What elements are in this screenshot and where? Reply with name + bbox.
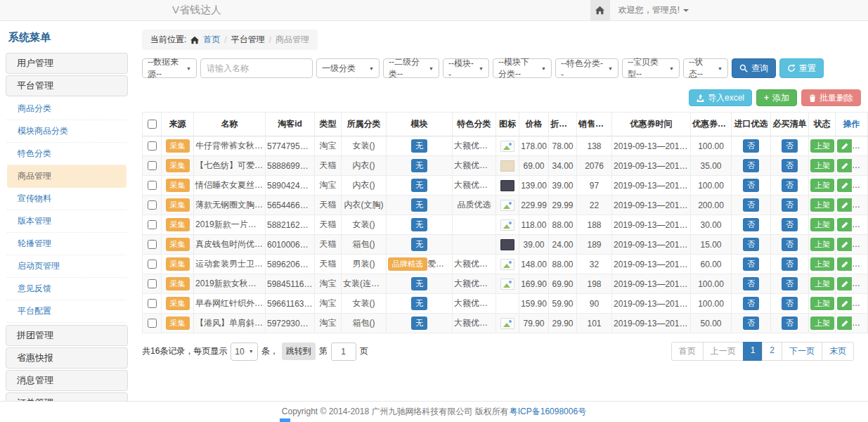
pager-item-末页[interactable]: 末页	[822, 342, 854, 361]
row-checkbox[interactable]	[148, 141, 157, 151]
sidebar-item[interactable]: 平台配置	[7, 300, 127, 323]
must-buy-badge[interactable]: 否	[782, 179, 798, 191]
import-select-badge[interactable]: 否	[743, 139, 759, 152]
must-buy-badge[interactable]: 否	[782, 257, 798, 270]
row-checkbox[interactable]	[148, 161, 157, 170]
search-button[interactable]: 查询	[732, 58, 776, 78]
breadcrumb-home-link[interactable]: 首页	[203, 34, 220, 46]
edit-button[interactable]	[837, 159, 852, 172]
status-badge[interactable]: 上架	[810, 238, 834, 250]
status-badge[interactable]: 上架	[810, 297, 834, 309]
user-menu-button[interactable]: 欢迎您，管理员!	[610, 0, 697, 20]
must-buy-badge[interactable]: 否	[782, 238, 798, 250]
footer: Copyright © 2014-2018 广州九驰网络科技有限公司 版权所有 …	[0, 401, 868, 422]
import-select-badge[interactable]: 否	[743, 238, 759, 250]
sidebar-item[interactable]: 商品分类	[7, 98, 127, 120]
sidebar-item[interactable]: 轮播管理	[7, 233, 127, 255]
edit-button[interactable]	[837, 277, 852, 290]
import-select-badge[interactable]: 否	[743, 297, 759, 309]
pager-item-首页[interactable]: 首页	[671, 342, 704, 361]
jump-button[interactable]: 跳转到	[282, 343, 316, 360]
pager-item-下一页[interactable]: 下一页	[782, 342, 822, 361]
sidebar-group-3[interactable]: 省惠快报	[6, 347, 128, 369]
status-badge[interactable]: 上架	[810, 218, 834, 231]
must-buy-badge[interactable]: 否	[782, 139, 798, 152]
status-badge[interactable]: 上架	[810, 316, 834, 329]
import-select-badge[interactable]: 否	[743, 218, 759, 231]
coupon-amount: 50.00	[691, 314, 732, 333]
jump-page-input[interactable]	[331, 343, 356, 361]
import-select-badge[interactable]: 否	[743, 257, 759, 270]
import-select-badge[interactable]: 否	[743, 179, 759, 191]
reset-button[interactable]: 重置	[779, 58, 824, 78]
sidebar-item[interactable]: 启动页管理	[7, 255, 127, 278]
level2-category-select[interactable]: --二级分类--▼	[383, 58, 439, 78]
breadcrumb-section: 平台管理	[231, 34, 265, 46]
edit-button[interactable]	[837, 218, 852, 231]
sidebar-group-2[interactable]: 拼团管理	[6, 325, 128, 346]
product-icon	[500, 160, 514, 172]
must-buy-badge[interactable]: 否	[782, 159, 798, 172]
name-input[interactable]	[200, 58, 313, 78]
edit-button[interactable]	[837, 316, 852, 330]
module-subcategory-select[interactable]: --模块下分类--▼	[493, 58, 552, 78]
pager-item-上一页[interactable]: 上一页	[703, 342, 744, 361]
sidebar-item[interactable]: 模块商品分类	[7, 120, 127, 143]
sidebar-group-0[interactable]: 用户管理	[6, 53, 128, 74]
sidebar-group-4[interactable]: 消息管理	[6, 370, 128, 391]
pager-item-1[interactable]: 1	[743, 342, 763, 361]
edit-button[interactable]	[837, 238, 852, 251]
row-checkbox[interactable]	[148, 240, 157, 249]
edit-button[interactable]	[837, 139, 852, 153]
must-buy-badge[interactable]: 否	[782, 218, 798, 231]
import-select-badge[interactable]: 否	[743, 277, 759, 290]
select-all-checkbox[interactable]	[148, 120, 157, 129]
status-badge[interactable]: 上架	[810, 159, 834, 172]
product-icon	[500, 318, 514, 329]
icp-link[interactable]: 粤ICP备16098006号	[510, 406, 586, 418]
row-checkbox[interactable]	[148, 220, 157, 229]
import-select-badge[interactable]: 否	[743, 316, 759, 329]
feature-category-select[interactable]: --特色分类--▼	[555, 58, 618, 78]
search-icon	[739, 64, 748, 72]
status-badge[interactable]: 上架	[810, 277, 834, 290]
status-select[interactable]: --状态--▼	[683, 58, 728, 78]
data-source-select[interactable]: --数据来源--▼	[142, 58, 197, 78]
row-checkbox[interactable]	[148, 200, 157, 210]
sidebar-item[interactable]: 意见反馈	[7, 278, 127, 300]
home-button[interactable]	[590, 0, 610, 20]
sidebar-item[interactable]: 宣传物料	[7, 188, 127, 210]
sidebar-item[interactable]: 商品管理	[7, 165, 127, 188]
batch-delete-button[interactable]: 批量删除	[801, 89, 861, 106]
row-checkbox[interactable]	[148, 319, 157, 328]
status-badge[interactable]: 上架	[810, 198, 834, 211]
row-checkbox[interactable]	[148, 181, 157, 190]
edit-button[interactable]	[837, 179, 852, 192]
per-page-select[interactable]: 10▼	[231, 343, 257, 361]
import-select-badge[interactable]: 否	[743, 198, 759, 211]
plus-icon: +	[764, 93, 769, 103]
sidebar-group-1[interactable]: 平台管理	[6, 75, 128, 96]
import-select-badge[interactable]: 否	[743, 159, 759, 172]
must-buy-badge[interactable]: 否	[782, 297, 798, 309]
level1-category-select[interactable]: 一级分类▼	[316, 58, 380, 78]
edit-button[interactable]	[837, 297, 852, 310]
status-badge[interactable]: 上架	[810, 179, 834, 191]
edit-button[interactable]	[837, 257, 852, 271]
row-checkbox[interactable]	[148, 279, 157, 288]
must-buy-badge[interactable]: 否	[782, 198, 798, 211]
sidebar-item[interactable]: 版本管理	[7, 210, 127, 233]
status-badge[interactable]: 上架	[810, 257, 834, 270]
item-type-select[interactable]: --宝贝类型--▼	[622, 58, 680, 78]
status-badge[interactable]: 上架	[810, 139, 834, 152]
import-excel-button[interactable]: 导入excel	[689, 89, 752, 106]
edit-button[interactable]	[837, 198, 852, 212]
row-checkbox[interactable]	[148, 260, 157, 269]
add-button[interactable]: + 添加	[756, 89, 797, 106]
row-checkbox[interactable]	[148, 299, 157, 308]
sidebar-item[interactable]: 特色分类	[7, 143, 127, 165]
must-buy-badge[interactable]: 否	[782, 277, 798, 290]
module-select[interactable]: --模块--▼	[443, 58, 489, 78]
must-buy-badge[interactable]: 否	[782, 316, 798, 329]
pager-item-2[interactable]: 2	[762, 342, 782, 361]
